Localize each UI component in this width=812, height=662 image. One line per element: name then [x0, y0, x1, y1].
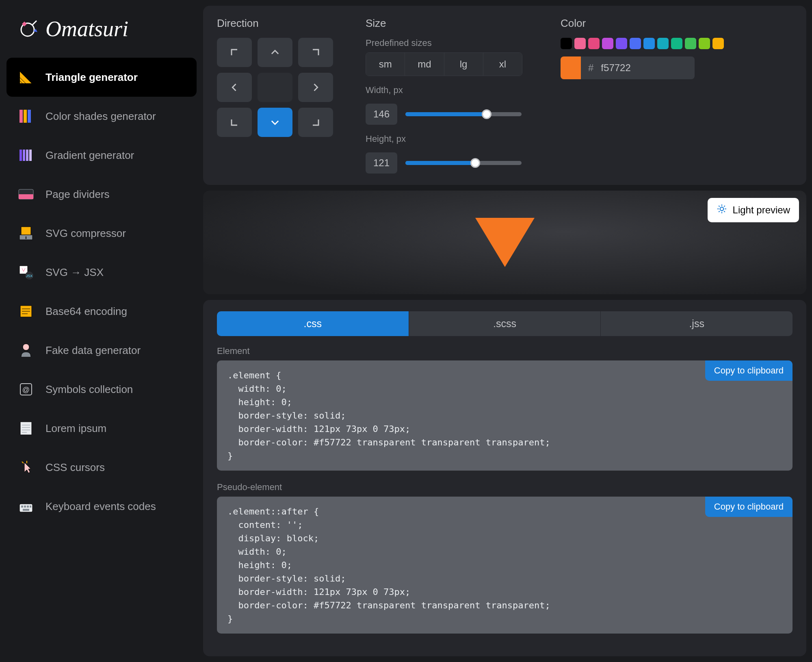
color-swatch[interactable] — [630, 38, 641, 49]
preset-sm[interactable]: sm — [366, 53, 405, 76]
pseudo-label: Pseudo-element — [217, 482, 793, 493]
hash-symbol: # — [588, 62, 593, 74]
direction-top-right[interactable] — [298, 38, 333, 67]
color-swatch[interactable] — [574, 38, 586, 49]
svg-rect-26 — [20, 422, 32, 435]
color-swatch[interactable] — [602, 38, 613, 49]
pseudo-code-block: Copy to clipboard .element::after { cont… — [217, 497, 793, 634]
height-label: Height, px — [366, 134, 528, 144]
color-swatch[interactable] — [561, 38, 572, 49]
direction-center — [258, 73, 292, 102]
sidebar-item-svg-jsx[interactable]: JSX SVG → JSX — [6, 253, 197, 292]
tab-css[interactable]: .css — [217, 311, 409, 336]
symbols-icon: @ — [17, 380, 35, 398]
svg-point-23 — [23, 344, 29, 350]
size-title: Size — [366, 17, 528, 30]
height-slider[interactable] — [405, 161, 522, 165]
color-swatch[interactable] — [699, 38, 710, 49]
svg-text:JSX: JSX — [26, 274, 33, 278]
predefined-label: Predefined sizes — [366, 38, 528, 48]
palette-icon — [17, 107, 35, 125]
pseudo-code: .element::after { content: ''; display: … — [227, 505, 782, 625]
color-title: Color — [561, 17, 724, 30]
svg-rect-36 — [27, 506, 29, 508]
svg-point-39 — [720, 207, 723, 211]
color-swatch[interactable] — [712, 38, 724, 49]
sidebar-item-label: Gradient generator — [45, 149, 134, 162]
sidebar-item-label: Color shades generator — [45, 110, 156, 123]
sidebar-item-triangle-generator[interactable]: Triangle generator — [6, 58, 197, 97]
element-label: Element — [217, 346, 793, 356]
color-swatch[interactable] — [657, 38, 669, 49]
preset-md[interactable]: md — [405, 53, 444, 76]
element-code-block: Copy to clipboard .element { width: 0; h… — [217, 360, 793, 471]
sidebar-item-gradient[interactable]: Gradient generator — [6, 136, 197, 175]
svg-line-47 — [724, 206, 725, 206]
sidebar-item-color-shades[interactable]: Color shades generator — [6, 97, 197, 136]
color-swatch[interactable] — [588, 38, 600, 49]
color-swatch[interactable] — [685, 38, 696, 49]
sidebar-item-label: Fake data generator — [45, 344, 141, 357]
color-swatch[interactable] — [616, 38, 627, 49]
sidebar-item-label: Lorem ipsum — [45, 422, 106, 435]
color-swatch[interactable] — [643, 38, 655, 49]
height-slider-thumb[interactable] — [470, 158, 480, 168]
direction-left[interactable] — [217, 73, 252, 102]
direction-top-left[interactable] — [217, 38, 252, 67]
width-slider-thumb[interactable] — [482, 109, 492, 119]
direction-grid — [217, 38, 333, 137]
direction-top[interactable] — [258, 38, 292, 67]
sidebar-item-label: SVG compressor — [45, 227, 126, 240]
cursor-icon — [17, 458, 35, 476]
triangle-preview — [475, 218, 535, 267]
triangle-icon — [17, 68, 35, 86]
code-tabs: .css .scss .jss — [217, 311, 793, 336]
sidebar-item-label: Symbols collection — [45, 383, 133, 396]
svg-jsx-icon: JSX — [17, 263, 35, 281]
fake-data-icon — [17, 341, 35, 359]
sidebar-item-keyboard[interactable]: Keyboard events codes — [6, 487, 197, 526]
svg-rect-5 — [24, 110, 27, 123]
copy-element-button[interactable]: Copy to clipboard — [705, 360, 793, 381]
sidebar-item-page-dividers[interactable]: Page dividers — [6, 175, 197, 214]
direction-bottom-right[interactable] — [298, 108, 333, 137]
width-slider[interactable] — [405, 112, 522, 116]
direction-bottom[interactable] — [258, 108, 292, 137]
logo-icon — [19, 19, 38, 39]
width-input[interactable] — [366, 104, 397, 125]
sidebar-item-cursors[interactable]: CSS cursors — [6, 448, 197, 487]
svg-rect-7 — [19, 150, 22, 161]
sidebar-item-label: SVG → JSX — [45, 266, 104, 279]
color-input[interactable]: # f57722 — [581, 56, 695, 79]
width-label: Width, px — [366, 85, 528, 96]
tab-jss[interactable]: .jss — [601, 311, 793, 336]
direction-right[interactable] — [298, 73, 333, 102]
lorem-icon — [17, 419, 35, 437]
width-slider-fill — [405, 112, 487, 116]
color-chip[interactable] — [561, 56, 581, 79]
svg-rect-8 — [23, 150, 25, 161]
tab-scss[interactable]: .scss — [409, 311, 601, 336]
svg-rect-13 — [21, 227, 31, 235]
sidebar-item-fake-data[interactable]: Fake data generator — [6, 331, 197, 370]
sidebar-item-symbols[interactable]: @ Symbols collection — [6, 370, 197, 409]
direction-bottom-left[interactable] — [217, 108, 252, 137]
preset-xl[interactable]: xl — [483, 53, 522, 76]
svg-rect-38 — [23, 509, 29, 511]
svg-text:@: @ — [22, 386, 30, 394]
controls-panel: Direction Size Predefined sizes — [203, 6, 806, 185]
height-input[interactable] — [366, 152, 397, 174]
sidebar-item-lorem[interactable]: Lorem ipsum — [6, 409, 197, 448]
light-preview-button[interactable]: Light preview — [708, 198, 799, 222]
svg-line-44 — [719, 206, 719, 206]
sidebar-item-svg-compressor[interactable]: SVG compressor — [6, 214, 197, 253]
sidebar-item-label: Page dividers — [45, 188, 110, 201]
copy-pseudo-button[interactable]: Copy to clipboard — [705, 497, 793, 517]
sidebar-item-base64[interactable]: Base64 encoding — [6, 292, 197, 331]
preset-lg[interactable]: lg — [444, 53, 483, 76]
color-value: f57722 — [601, 62, 630, 74]
color-input-row: # f57722 — [561, 56, 724, 79]
color-swatch[interactable] — [671, 38, 682, 49]
light-preview-label: Light preview — [733, 204, 790, 216]
size-section: Size Predefined sizes sm md lg xl Width,… — [366, 17, 528, 174]
